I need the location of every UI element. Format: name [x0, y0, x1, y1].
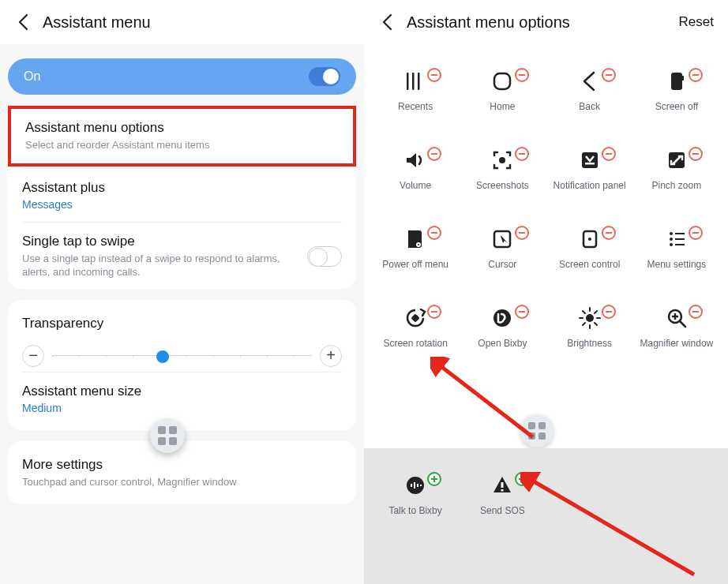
remove-badge-icon[interactable]	[689, 226, 703, 240]
remove-badge-icon[interactable]	[427, 147, 441, 161]
grid-item-bright[interactable]: Brightness	[548, 305, 632, 380]
grid-item-back[interactable]: Back	[548, 68, 632, 144]
grid-item-label: Brightness	[567, 338, 612, 350]
remove-badge-icon[interactable]	[689, 305, 703, 319]
screenshot-icon	[490, 147, 514, 174]
row-title: Assistant menu options	[25, 120, 339, 136]
remove-badge-icon[interactable]	[427, 226, 441, 240]
group-options: Assistant menu options Select and reorde…	[8, 106, 356, 289]
row-accent: Messages	[22, 198, 342, 211]
assistant-fab-icon[interactable]	[150, 418, 185, 453]
more-settings-row[interactable]: More settings Touchpad and cursor contro…	[8, 447, 356, 499]
bright-icon	[578, 305, 602, 331]
divider	[22, 372, 342, 372]
grid-item-power[interactable]: Power off menu	[373, 226, 457, 301]
remove-badge-icon[interactable]	[602, 147, 616, 161]
add-badge-icon[interactable]	[427, 472, 441, 486]
grid-item-label: Cursor	[488, 259, 516, 271]
svg-line-1	[528, 478, 694, 575]
minus-button[interactable]: −	[22, 345, 44, 367]
grid-item-mag[interactable]: Magnifier window	[635, 305, 719, 380]
grid-item-notif[interactable]: Notification panel	[548, 147, 632, 223]
annotation-arrow-icon	[520, 472, 702, 582]
pinch-icon	[665, 147, 689, 174]
grid-item-label: Home	[490, 101, 515, 113]
assistant-menu-screen: Assistant menu On Assistant menu options…	[0, 0, 364, 584]
assistant-plus-row[interactable]: Assistant plus Messages	[8, 170, 356, 220]
divider	[22, 168, 342, 169]
remove-badge-icon[interactable]	[689, 147, 703, 161]
cursor-icon	[490, 226, 514, 253]
remove-badge-icon[interactable]	[602, 68, 616, 82]
header: Assistant menu options Reset	[364, 0, 728, 44]
plus-button[interactable]: +	[320, 345, 342, 367]
remove-badge-icon[interactable]	[602, 305, 616, 319]
assistant-menu-options-screen: Assistant menu options Reset RecentsHome…	[364, 0, 728, 584]
grid-item-screenshot[interactable]: Screenshots	[460, 147, 544, 223]
remove-badge-icon[interactable]	[427, 68, 441, 82]
bixby-icon	[490, 305, 514, 331]
power-icon	[403, 226, 427, 253]
toggle-switch-off-icon[interactable]	[307, 246, 342, 267]
grid-item-home[interactable]: Home	[460, 68, 544, 144]
row-sub: Touchpad and cursor control, Magnifier w…	[22, 475, 342, 489]
page-title: Assistant menu	[43, 13, 151, 32]
grid-item-label: Power off menu	[382, 259, 448, 271]
header: Assistant menu	[0, 0, 364, 44]
remove-badge-icon[interactable]	[602, 226, 616, 240]
grid-item-label: Menu settings	[647, 259, 707, 271]
grid-item-label: Send SOS	[480, 505, 525, 517]
volume-icon	[403, 147, 427, 174]
remove-badge-icon[interactable]	[689, 68, 703, 82]
toggle-switch-icon[interactable]	[309, 67, 340, 86]
home-icon	[490, 68, 514, 95]
row-sub: Use a single tap instead of a swipe to r…	[22, 252, 307, 279]
grid-item-label: Pinch zoom	[652, 180, 702, 192]
row-title: More settings	[22, 457, 342, 473]
talkbixby-icon	[403, 472, 427, 499]
mag-icon	[665, 305, 689, 331]
grid-item-cursor[interactable]: Cursor	[460, 226, 544, 301]
remove-badge-icon[interactable]	[515, 147, 529, 161]
slider-track[interactable]	[52, 355, 312, 357]
grid-item-volume[interactable]: Volume	[373, 147, 457, 223]
annotation-arrow-icon	[430, 357, 541, 445]
reset-button[interactable]: Reset	[679, 14, 714, 30]
screenoff-icon	[665, 68, 689, 95]
rotate-icon	[403, 305, 427, 331]
enabled-items-grid: RecentsHomeBackScreen offVolumeScreensho…	[364, 44, 728, 388]
slider-thumb-icon[interactable]	[156, 350, 169, 363]
grid-item-pinch[interactable]: Pinch zoom	[635, 147, 719, 223]
group-transparency: Transparency − + Assistant menu size Med…	[8, 300, 356, 430]
row-title: Transparency	[22, 316, 342, 331]
grid-item-label: Back	[579, 101, 600, 113]
toggle-label: On	[24, 69, 40, 84]
grid-item-menuset[interactable]: Menu settings	[635, 226, 719, 301]
menuset-icon	[665, 226, 689, 253]
grid-item-label: Screenshots	[476, 180, 529, 192]
grid-item-label: Screen off	[655, 101, 698, 113]
row-sub: Select and reorder Assistant menu items	[25, 138, 339, 152]
grid-item-label: Notification panel	[554, 180, 626, 192]
remove-badge-icon[interactable]	[515, 68, 529, 82]
single-tap-row[interactable]: Single tap to swipe Use a single tap ins…	[8, 224, 356, 289]
grid-item-screenoff[interactable]: Screen off	[635, 68, 719, 144]
remove-badge-icon[interactable]	[515, 226, 529, 240]
grid-item-recents[interactable]: Recents	[373, 68, 457, 144]
grid-item-talkbixby[interactable]: Talk to Bixby	[373, 472, 457, 548]
grid-item-screenctrl[interactable]: Screen control	[548, 226, 632, 301]
assistant-menu-options-row[interactable]: Assistant menu options Select and reorde…	[8, 106, 356, 167]
back-icon[interactable]	[378, 13, 396, 31]
back-icon[interactable]	[14, 13, 32, 31]
remove-badge-icon[interactable]	[427, 305, 441, 319]
screenctrl-icon	[578, 226, 602, 253]
master-toggle[interactable]: On	[8, 58, 356, 95]
grid-item-label: Volume	[400, 180, 431, 192]
menu-size-row[interactable]: Assistant menu size Medium	[8, 374, 356, 424]
svg-line-0	[437, 363, 533, 437]
grid-item-label: Open Bixby	[478, 338, 527, 350]
row-title: Assistant plus	[22, 180, 342, 196]
remove-badge-icon[interactable]	[515, 305, 529, 319]
transparency-slider[interactable]: − +	[8, 334, 356, 370]
row-title: Assistant menu size	[22, 384, 342, 399]
